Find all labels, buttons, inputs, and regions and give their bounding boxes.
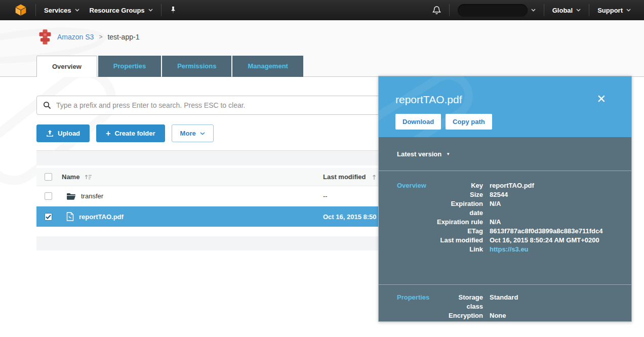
bucket-tabs: Overview Properties Permissions Manageme…	[36, 56, 303, 77]
field-last-modified-value: Oct 16, 2015 8:50:24 AM GMT+0200	[490, 236, 599, 245]
select-all-checkbox[interactable]	[45, 173, 52, 181]
nav-services-label: Services	[44, 7, 71, 14]
field-etag: ETag 8613f787ac8f0d3899a8c883e711fdc4	[433, 227, 624, 236]
account-menu[interactable]	[458, 4, 536, 17]
field-expiration-date: Expirationdate N/A	[433, 199, 624, 218]
chevron-down-icon	[75, 9, 79, 12]
field-encryption-value: None	[490, 311, 506, 320]
upload-icon	[46, 130, 54, 137]
chevron-down-icon	[626, 9, 631, 12]
aws-s3-console: Services Resource Groups	[0, 0, 644, 337]
object-last-modified: Oct 16, 2015 8:50	[323, 213, 377, 221]
object-detail-panel: reportTAO.pdf ✕ Download Copy path Lates…	[378, 76, 632, 322]
field-size-value: 82544	[490, 190, 508, 199]
plus-icon: +	[106, 130, 110, 138]
field-link: Link https://s3.eu	[433, 245, 624, 254]
field-last-modified: Last modified Oct 16, 2015 8:50:24 AM GM…	[433, 236, 624, 245]
nav-support-label: Support	[597, 7, 623, 14]
field-etag-value: 8613f787ac8f0d3899a8c883e711fdc4	[490, 227, 602, 236]
create-folder-button[interactable]: + Create folder	[96, 124, 165, 142]
version-selector[interactable]: Latest version ▼	[379, 137, 631, 171]
nav-region-label: Global	[552, 7, 573, 14]
tab-management[interactable]: Management	[232, 56, 303, 77]
row-checkbox-checked[interactable]	[45, 213, 52, 221]
upload-button-label: Upload	[58, 130, 80, 137]
overview-section-heading[interactable]: Overview	[397, 181, 433, 284]
object-name[interactable]: reportTAO.pdf	[79, 213, 124, 221]
column-header-name[interactable]: Name	[62, 173, 79, 181]
field-size: Size 82544	[433, 190, 624, 199]
version-selector-label: Latest version	[397, 150, 441, 158]
detail-panel-header: reportTAO.pdf ✕ Download Copy path	[379, 76, 631, 137]
page-body: Amazon S3 > test-app-1 Overview Properti…	[0, 20, 644, 337]
breadcrumb-amazon-s3-link[interactable]: Amazon S3	[57, 33, 94, 41]
pin-icon[interactable]	[170, 6, 177, 15]
sort-icon[interactable]	[372, 174, 376, 180]
chevron-down-icon	[531, 9, 536, 12]
breadcrumb-separator: >	[99, 33, 102, 40]
upload-button[interactable]: Upload	[36, 124, 90, 142]
field-key-value: reportTAO.pdf	[490, 181, 534, 190]
caret-down-icon: ▼	[446, 152, 450, 156]
breadcrumb: Amazon S3 > test-app-1	[38, 29, 139, 45]
check-icon	[46, 215, 51, 219]
chevron-down-icon	[200, 132, 205, 135]
field-expiration-date-value: N/A	[490, 199, 501, 218]
create-folder-button-label: Create folder	[114, 130, 155, 137]
object-link[interactable]: https://s3.eu	[490, 245, 529, 254]
download-button[interactable]: Download	[395, 114, 441, 130]
close-icon[interactable]: ✕	[597, 94, 606, 105]
sort-icon[interactable]	[85, 174, 92, 180]
tab-overview[interactable]: Overview	[36, 56, 97, 77]
row-checkbox[interactable]	[45, 192, 52, 200]
tab-properties[interactable]: Properties	[98, 56, 161, 77]
search-icon	[43, 101, 51, 109]
more-button-label: More	[180, 130, 196, 137]
actions-toolbar: Upload + Create folder More	[36, 124, 214, 142]
nav-services-menu[interactable]: Services	[44, 7, 79, 14]
breadcrumb-bucket-name: test-app-1	[107, 33, 139, 41]
nav-divider	[589, 4, 589, 16]
field-expiration-rule-value: N/A	[490, 218, 501, 227]
more-menu-button[interactable]: More	[172, 124, 214, 142]
field-expiration-rule: Expiration rule N/A	[433, 218, 624, 227]
chevron-down-icon	[148, 9, 153, 12]
properties-section-heading[interactable]: Properties	[397, 293, 433, 320]
aws-logo-icon[interactable]	[14, 4, 27, 17]
properties-section: Properties Storageclass Standard Encrypt…	[379, 285, 631, 320]
overview-section: Overview Key reportTAO.pdf Size 82544 Ex…	[379, 171, 631, 285]
nav-support-menu[interactable]: Support	[597, 7, 631, 14]
field-storage-class-value: Standard	[490, 293, 518, 311]
s3-bucket-icon	[38, 29, 52, 45]
copy-path-button[interactable]: Copy path	[446, 114, 492, 130]
tab-permissions[interactable]: Permissions	[162, 56, 231, 77]
nav-resource-groups-label: Resource Groups	[90, 7, 145, 14]
field-encryption: Encryption None	[433, 311, 624, 320]
field-storage-class: Storageclass Standard	[433, 293, 624, 311]
chevron-down-icon	[576, 9, 581, 12]
nav-resource-groups-menu[interactable]: Resource Groups	[90, 7, 153, 14]
nav-divider	[35, 4, 36, 16]
object-name[interactable]: transfer	[81, 192, 103, 200]
notifications-bell-icon[interactable]	[432, 6, 441, 15]
top-navigation-bar: Services Resource Groups	[0, 0, 644, 20]
detail-panel-title: reportTAO.pdf	[395, 94, 462, 106]
nav-region-menu[interactable]: Global	[552, 7, 581, 14]
pdf-file-icon	[66, 212, 74, 221]
column-header-last-modified[interactable]: Last modified	[323, 173, 366, 181]
account-name-redacted	[458, 4, 528, 17]
nav-divider	[449, 4, 450, 16]
object-last-modified: --	[323, 192, 328, 200]
nav-divider	[161, 4, 162, 16]
field-key: Key reportTAO.pdf	[433, 181, 624, 190]
nav-divider	[544, 4, 544, 16]
folder-icon	[66, 192, 76, 200]
